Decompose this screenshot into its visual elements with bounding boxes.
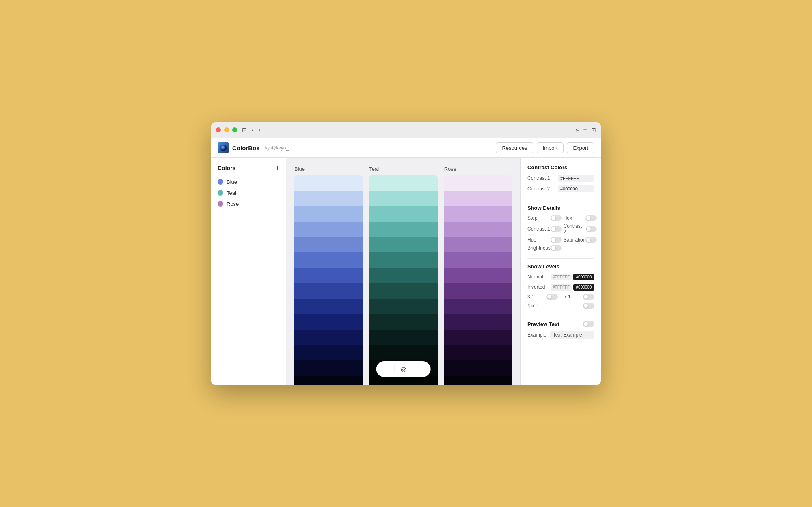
rose-swatch-6[interactable] xyxy=(444,252,512,268)
preview-text-toggle-thumb xyxy=(584,322,588,326)
blue-swatch-14[interactable] xyxy=(294,376,363,385)
contrast1-input[interactable] xyxy=(558,175,594,182)
rose-swatch-2[interactable] xyxy=(444,191,512,206)
center-button[interactable]: ◎ xyxy=(397,364,410,375)
header-buttons: Resources Import Export xyxy=(496,142,594,153)
teal-swatch-11[interactable] xyxy=(369,330,437,345)
right-panel: Contrast Colors Contrast 1 Contrast 2 Sh… xyxy=(520,158,601,385)
add-step-button[interactable]: + xyxy=(381,364,393,374)
teal-swatch-12[interactable] xyxy=(369,345,437,360)
blue-swatch-6[interactable] xyxy=(294,252,363,268)
teal-swatch-2[interactable] xyxy=(369,191,437,206)
example-row: Example Text Example xyxy=(527,331,594,339)
more-icon[interactable]: ⊡ xyxy=(591,127,596,133)
blue-swatch-2[interactable] xyxy=(294,191,363,206)
saturation-toggle[interactable] xyxy=(585,237,597,243)
sidebar-toggle-icon[interactable]: ⊟ xyxy=(242,127,247,133)
teal-swatch-3[interactable] xyxy=(369,206,437,222)
share-icon[interactable]: ⎗ xyxy=(576,127,579,133)
preview-text-toggle[interactable] xyxy=(583,321,594,327)
import-button[interactable]: Import xyxy=(537,142,564,153)
contrast2-label: Contrast 2 xyxy=(527,186,550,192)
teal-swatch-6[interactable] xyxy=(369,252,437,268)
step-toggle[interactable] xyxy=(551,215,562,221)
inverted-input-1[interactable] xyxy=(551,284,572,291)
teal-swatch-5[interactable] xyxy=(369,237,437,252)
ratio45-toggle[interactable] xyxy=(583,303,594,309)
blue-swatch-1[interactable] xyxy=(294,175,363,191)
contrast2-input[interactable] xyxy=(558,185,594,192)
hex-toggle[interactable] xyxy=(585,215,597,221)
blue-swatch-8[interactable] xyxy=(294,283,363,299)
rose-swatch-4[interactable] xyxy=(444,222,512,237)
teal-swatch-7[interactable] xyxy=(369,268,437,283)
brightness-toggle[interactable] xyxy=(551,245,562,251)
color-grid: Blue xyxy=(286,158,520,385)
teal-label: Teal xyxy=(227,190,236,196)
step-detail-row: Step xyxy=(527,215,562,221)
rose-swatch-3[interactable] xyxy=(444,206,512,222)
inverted-input-2[interactable] xyxy=(573,284,594,291)
blue-swatch-11[interactable] xyxy=(294,330,363,345)
divider-1 xyxy=(527,200,594,200)
contrast1-detail-row: Contrast 1 xyxy=(527,223,562,235)
sidebar-item-blue[interactable]: Blue xyxy=(211,177,286,188)
rose-swatch-11[interactable] xyxy=(444,330,512,345)
contrast2-toggle[interactable] xyxy=(586,226,597,232)
rose-swatch-12[interactable] xyxy=(444,345,512,360)
rose-swatch-5[interactable] xyxy=(444,237,512,252)
rose-swatch-14[interactable] xyxy=(444,376,512,385)
normal-input-1[interactable] xyxy=(551,274,572,280)
teal-swatch-10[interactable] xyxy=(369,314,437,330)
ratio7-label: 7:1 xyxy=(564,294,580,300)
rose-swatch-7[interactable] xyxy=(444,268,512,283)
main-layout: Colors + Blue Teal Rose Blue xyxy=(211,158,601,385)
ratio45-toggle-thumb xyxy=(584,304,588,308)
sidebar-title: Colors xyxy=(218,165,235,171)
minimize-button[interactable] xyxy=(224,127,229,132)
rose-swatch-10[interactable] xyxy=(444,314,512,330)
normal-input-2[interactable] xyxy=(573,274,594,280)
ratio7-toggle[interactable] xyxy=(583,294,594,300)
close-button[interactable] xyxy=(216,127,221,132)
blue-swatch-5[interactable] xyxy=(294,237,363,252)
new-tab-icon[interactable]: ＋ xyxy=(582,126,588,134)
blue-swatch-9[interactable] xyxy=(294,299,363,314)
blue-dot xyxy=(218,179,223,185)
blue-swatches xyxy=(294,175,363,385)
forward-button[interactable]: › xyxy=(257,126,262,134)
rose-swatch-9[interactable] xyxy=(444,299,512,314)
contrast1-label: Contrast 1 xyxy=(527,175,550,181)
titlebar-nav: ‹ › xyxy=(250,126,262,134)
teal-swatch-14[interactable] xyxy=(369,376,437,385)
blue-swatch-4[interactable] xyxy=(294,222,363,237)
blue-swatch-13[interactable] xyxy=(294,360,363,376)
teal-swatch-4[interactable] xyxy=(369,222,437,237)
blue-swatch-10[interactable] xyxy=(294,314,363,330)
blue-swatch-3[interactable] xyxy=(294,206,363,222)
sidebar-item-teal[interactable]: Teal xyxy=(211,188,286,198)
resources-button[interactable]: Resources xyxy=(496,142,533,153)
logo-icon xyxy=(218,142,229,153)
ratio3-toggle[interactable] xyxy=(546,294,558,300)
contrast2-row: Contrast 2 xyxy=(527,185,594,192)
teal-swatch-9[interactable] xyxy=(369,299,437,314)
teal-swatch-1[interactable] xyxy=(369,175,437,191)
rose-swatch-13[interactable] xyxy=(444,360,512,376)
teal-swatch-8[interactable] xyxy=(369,283,437,299)
blue-swatch-7[interactable] xyxy=(294,268,363,283)
maximize-button[interactable] xyxy=(232,127,237,132)
rose-swatch-1[interactable] xyxy=(444,175,512,191)
add-color-button[interactable]: + xyxy=(276,164,279,172)
hue-toggle[interactable] xyxy=(551,237,562,243)
rose-label: Rose xyxy=(227,201,239,207)
step-label: Step xyxy=(527,215,538,221)
back-button[interactable]: ‹ xyxy=(250,126,255,134)
brightness-label: Brightness xyxy=(527,245,551,251)
blue-swatch-12[interactable] xyxy=(294,345,363,360)
rose-swatch-8[interactable] xyxy=(444,283,512,299)
sidebar-item-rose[interactable]: Rose xyxy=(211,198,286,209)
export-button[interactable]: Export xyxy=(567,142,594,153)
remove-step-button[interactable]: − xyxy=(414,364,426,374)
contrast1-toggle[interactable] xyxy=(551,226,562,232)
